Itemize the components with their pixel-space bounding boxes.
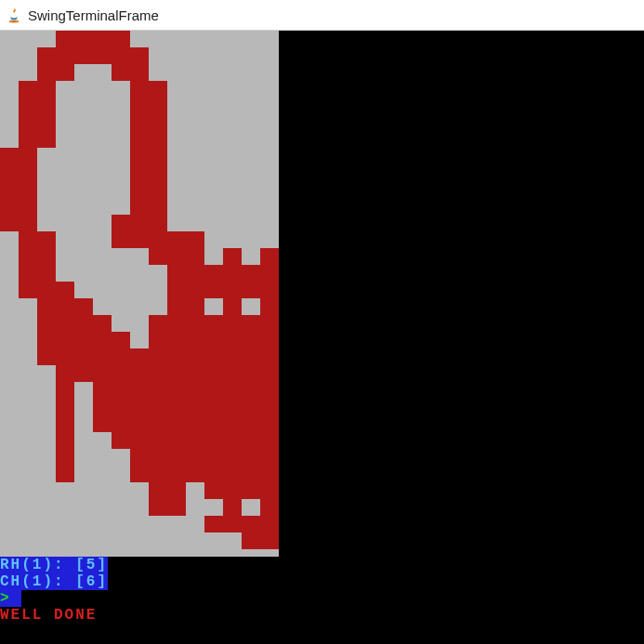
pixel-row (0, 31, 279, 47)
pixel (260, 198, 279, 215)
pixel (0, 248, 19, 265)
pixel (112, 64, 130, 81)
pixel (130, 482, 149, 499)
pixel (186, 131, 204, 148)
pixel (37, 81, 56, 98)
pixel (223, 482, 242, 499)
pixel (260, 332, 279, 348)
console-prompt[interactable]: > (0, 590, 21, 607)
pixel (204, 399, 223, 415)
pixel (242, 148, 260, 164)
pixel-row (0, 348, 279, 365)
pixel (93, 114, 112, 131)
pixel (56, 415, 74, 432)
pixel (242, 265, 260, 282)
pixel (242, 432, 260, 449)
pixel (93, 466, 112, 482)
pixel (204, 164, 223, 181)
pixel (186, 31, 204, 47)
terminal-client-area[interactable]: RH(1): [5] CH(1): [6] > WELL DONE (0, 31, 644, 644)
pixel (0, 282, 19, 298)
pixel (112, 449, 130, 466)
pixel (260, 181, 279, 198)
pixel (260, 47, 279, 64)
pixel-row (0, 332, 279, 348)
pixel-row (0, 47, 279, 64)
pixel-row (0, 399, 279, 415)
pixel (186, 98, 204, 114)
console-output: RH(1): [5] CH(1): [6] > WELL DONE (0, 557, 644, 624)
pixel (130, 98, 149, 114)
pixel (74, 332, 93, 348)
pixel (149, 164, 167, 181)
pixel (260, 148, 279, 164)
pixel (242, 47, 260, 64)
pixel (260, 466, 279, 482)
pixel (112, 298, 130, 315)
pixel (93, 382, 112, 399)
pixel (0, 98, 19, 114)
pixel (167, 148, 186, 164)
pixel (167, 298, 186, 315)
pixel (93, 64, 112, 81)
pixel (56, 98, 74, 114)
pixel (223, 332, 242, 348)
pixel-row (0, 114, 279, 131)
pixel (112, 47, 130, 64)
pixel (204, 315, 223, 332)
pixel (242, 164, 260, 181)
pixel (130, 365, 149, 382)
pixel (130, 64, 149, 81)
pixel (223, 499, 242, 516)
pixel (0, 198, 19, 215)
pixel (19, 81, 37, 98)
pixel (19, 432, 37, 449)
pixel (186, 265, 204, 282)
pixel (37, 516, 56, 532)
pixel (56, 265, 74, 282)
pixel (74, 482, 93, 499)
console-line-ch: CH(1): [6] (0, 573, 108, 590)
pixel (186, 64, 204, 81)
pixel (37, 31, 56, 47)
pixel (93, 415, 112, 432)
pixel (19, 248, 37, 265)
pixel (19, 449, 37, 466)
pixel (186, 432, 204, 449)
pixel-row (0, 265, 279, 282)
pixel (56, 365, 74, 382)
pixel (37, 432, 56, 449)
pixel (167, 198, 186, 215)
pixel (167, 81, 186, 98)
pixel (260, 231, 279, 248)
pixel (204, 516, 223, 532)
pixel (74, 81, 93, 98)
pixel (74, 198, 93, 215)
pixel (223, 298, 242, 315)
pixel (223, 47, 242, 64)
pixel (242, 466, 260, 482)
pixel (37, 64, 56, 81)
pixel (93, 449, 112, 466)
pixel (149, 332, 167, 348)
pixel-row (0, 64, 279, 81)
pixel (242, 415, 260, 432)
pixel (93, 248, 112, 265)
pixel (149, 248, 167, 265)
pixel (56, 399, 74, 415)
pixel (56, 114, 74, 131)
pixel (93, 348, 112, 365)
pixel (260, 432, 279, 449)
pixel (0, 298, 19, 315)
pixel (242, 532, 260, 549)
pixel (130, 198, 149, 215)
pixel (19, 181, 37, 198)
pixel (260, 348, 279, 365)
pixel (93, 164, 112, 181)
pixel (19, 348, 37, 365)
pixel (167, 215, 186, 231)
pixel (0, 148, 19, 164)
pixel (149, 399, 167, 415)
pixel (223, 215, 242, 231)
pixel (19, 148, 37, 164)
